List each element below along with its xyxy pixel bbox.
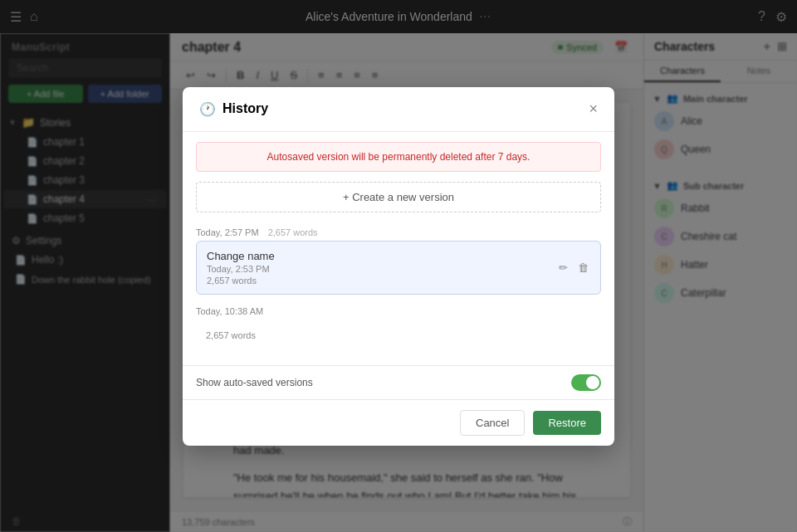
new-version-label: + Create a new version [343,191,454,203]
create-new-version-button[interactable]: + Create a new version [196,182,601,212]
auto-saved-toggle[interactable] [571,374,601,391]
history-item-1-date: Today, 2:53 PM [207,264,275,274]
new-version-section: + Create a new version [196,182,601,212]
modal-close-button[interactable]: × [589,100,598,118]
history-item-1-name: Change name [207,250,275,262]
toggle-label: Show auto-saved versions [196,377,313,388]
modal-header: 🕐 History × [183,87,614,132]
modal-alert: Autosaved version will be permanently de… [196,142,601,172]
history-group-1: Today, 2:57 PM 2,657 words Change name T… [196,222,601,295]
history-item-1-info: Change name Today, 2:53 PM 2,657 words [207,250,275,286]
history-title: History [222,101,268,116]
rename-history-button[interactable]: ✏ [557,260,570,276]
history-icon: 🕐 [199,101,216,117]
cancel-button[interactable]: Cancel [460,410,525,436]
toggle-slider [571,374,601,391]
history-item-2[interactable]: 2,657 words ✏ 🗑 [196,320,601,352]
group1-words: 2,657 words [268,227,318,237]
history-group-date-2: Today, 10:38 AM [196,301,601,320]
history-group-2: Today, 10:38 AM 2,657 words ✏ 🗑 [196,301,601,352]
history-list: Today, 2:57 PM 2,657 words Change name T… [183,222,614,365]
group1-date: Today, 2:57 PM [196,227,259,237]
history-group-date-1: Today, 2:57 PM 2,657 words [196,222,601,241]
history-item-1-actions: ✏ 🗑 [557,260,590,276]
delete-history-button-2[interactable]: 🗑 [577,328,591,344]
rename-history-button-2[interactable]: ✏ [558,328,570,344]
history-item-2-words: 2,657 words [206,330,256,340]
delete-history-button[interactable]: 🗑 [576,260,590,276]
modal-title: 🕐 History [199,101,268,117]
history-item-2-info: 2,657 words [206,330,256,340]
group2-date: Today, 10:38 AM [196,306,263,316]
modal-toggle-section: Show auto-saved versions [183,365,614,399]
history-item-1-words: 2,657 words [207,276,275,286]
history-item-1[interactable]: Change name Today, 2:53 PM 2,657 words ✏… [196,241,601,295]
alert-text: Autosaved version will be permanently de… [267,151,531,163]
modal-footer: Cancel Restore [183,399,614,446]
restore-button[interactable]: Restore [533,411,601,435]
modal-overlay[interactable]: 🕐 History × Autosaved version will be pe… [0,0,797,532]
history-modal: 🕐 History × Autosaved version will be pe… [183,87,614,446]
